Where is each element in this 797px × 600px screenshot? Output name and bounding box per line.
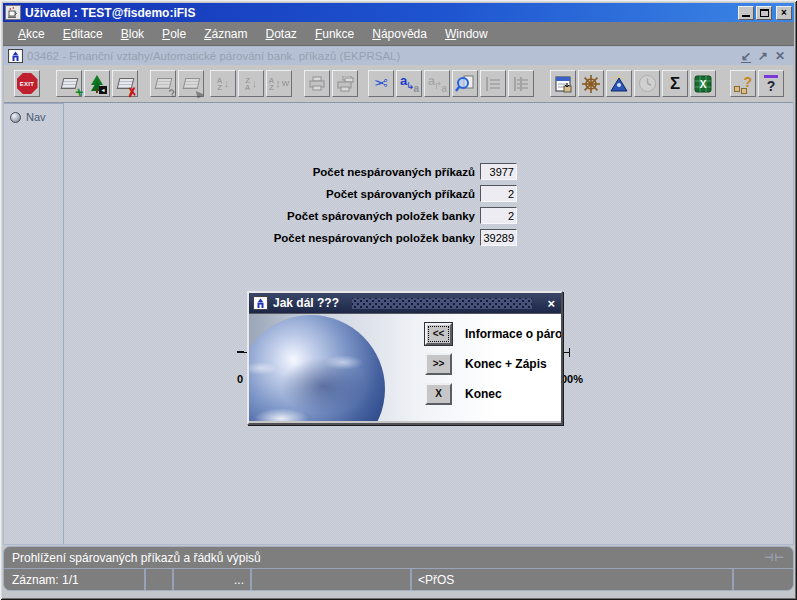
prism-icon xyxy=(608,73,630,95)
maximize-button[interactable] xyxy=(756,6,772,20)
toolbar-item-help-button[interactable]: ? xyxy=(730,70,756,97)
field-row: Počet nespárovaných příkazů 3977 xyxy=(4,163,517,180)
unmatched-bank-items-field[interactable]: 39289 xyxy=(480,229,517,246)
toolbar-form-detail-button[interactable] xyxy=(550,70,576,97)
sort-descending-icon: ZA↓ xyxy=(240,73,262,95)
matched-bank-items-field[interactable]: 2 xyxy=(480,207,517,224)
close-icon: × xyxy=(781,8,787,18)
clock-icon xyxy=(636,73,658,95)
mdi-window-title: 03462 - Finanční vztahy/Automatické páro… xyxy=(27,50,737,62)
jak-dal-dialog: Jak dál ??? × << Informace o párování >>… xyxy=(247,291,563,425)
help-icon: ? xyxy=(760,73,782,95)
close-button[interactable]: × xyxy=(776,6,792,20)
maximize-icon xyxy=(760,9,769,17)
toolbar-print-all-button xyxy=(332,70,358,97)
field-row: Počet nespárovaných položek banky 39289 xyxy=(4,229,517,246)
progress-left-label: 0 xyxy=(237,373,243,385)
field-row: Počet spárovaných položek banky 2 xyxy=(4,207,517,224)
mdi-minimize-icon[interactable]: ↙ xyxy=(741,50,751,63)
exit-icon: EXIT xyxy=(16,73,38,95)
nav-tab[interactable]: Nav xyxy=(10,111,63,123)
matched-orders-field[interactable]: 2 xyxy=(480,185,517,202)
toolbar-help-button[interactable]: ? xyxy=(758,70,784,97)
menu-item-funkce[interactable]: Funkce xyxy=(308,25,361,43)
toolbar-export-excel-button[interactable]: X xyxy=(690,70,716,97)
copy-icon: a↳a xyxy=(399,74,419,94)
mdi-title-bar: 03462 - Finanční vztahy/Automatické páro… xyxy=(4,47,793,65)
menu-item-zaznam[interactable]: Záznam xyxy=(197,25,254,43)
dialog-title-texture xyxy=(352,298,532,309)
menu-bar: Akce Editace Blok Pole Záznam Dotaz Funk… xyxy=(3,22,794,46)
excel-icon: X xyxy=(692,73,714,95)
progress-right-tick xyxy=(569,348,570,357)
menu-item-editace[interactable]: Editace xyxy=(56,25,110,43)
info-parovani-button[interactable]: << xyxy=(425,323,452,345)
detail-last-icon xyxy=(510,73,532,95)
application-window: Uživatel : TEST@fisdemo:iFIS × Akce Edit… xyxy=(0,0,797,600)
menu-item-napoveda[interactable]: Nápověda xyxy=(365,25,434,43)
nav-tab-label: Nav xyxy=(26,111,46,123)
toolbar-detail-first-button xyxy=(480,70,506,97)
toolbar-sum-button[interactable]: Σ xyxy=(662,70,688,97)
print-all-icon xyxy=(334,73,356,95)
toolbar-execute-query-button: ▶ xyxy=(178,70,204,97)
counter-fields: Počet nespárovaných příkazů 3977 Počet s… xyxy=(4,163,517,251)
mdi-close-icon[interactable]: ✕ xyxy=(775,50,785,62)
paste-icon: a↱a xyxy=(427,74,447,94)
toolbar-detail-last-button xyxy=(508,70,534,97)
delete-record-icon: ✗ xyxy=(114,73,136,95)
konec-button[interactable]: X xyxy=(425,383,452,405)
info-parovani-label: Informace o párování xyxy=(465,327,561,341)
menu-item-pole[interactable]: Pole xyxy=(155,25,193,43)
insert-mode-indicator: <PřOS xyxy=(412,569,732,590)
toolbar-cut-button[interactable]: ✂ xyxy=(368,70,394,97)
menu-item-akce[interactable]: Akce xyxy=(11,25,52,43)
konec-zapis-button[interactable]: >> xyxy=(425,353,452,375)
field-label: Počet nespárovaných položek banky xyxy=(274,232,475,244)
form-canvas: Nav Počet nespárovaných příkazů 3977 Poč… xyxy=(4,103,793,544)
print-icon xyxy=(306,73,328,95)
toolbar-sort-descending-button: ZA↓ xyxy=(238,70,264,97)
toolbar-sort-reset-button: AZ↕W xyxy=(266,70,292,97)
status-bar: Prohlížení spárovaných příkazů a řádků v… xyxy=(3,546,794,591)
toolbar-insert-record-button[interactable]: + xyxy=(56,70,82,97)
konec-zapis-label: Konec + Zápis xyxy=(465,357,547,371)
ship-wheel-icon xyxy=(580,73,602,95)
toolbar-duplicate-record-button[interactable]: ◂ xyxy=(84,70,110,97)
toolbar-sort-ascending-button: AZ↓ xyxy=(210,70,236,97)
toolbar-wizard-prism-button[interactable] xyxy=(606,70,632,97)
item-help-icon: ? xyxy=(733,74,753,94)
form-detail-icon xyxy=(552,73,574,95)
status-message: Prohlížení spárovaných příkazů a řádků v… xyxy=(12,551,764,565)
window-title: Uživatel : TEST@fisdemo:iFIS xyxy=(25,6,738,20)
toolbar-zoom-find-button[interactable] xyxy=(452,70,478,97)
toolbar-paste-button: a↱a xyxy=(424,70,450,97)
toolbar-exit-button[interactable]: EXIT xyxy=(14,70,40,97)
title-bar: Uživatel : TEST@fisdemo:iFIS × xyxy=(3,3,794,22)
dialog-title-bar[interactable]: Jak dál ??? × xyxy=(249,293,561,313)
menu-item-dotaz[interactable]: Dotaz xyxy=(259,25,304,43)
message-scrollbar[interactable]: ⊣⊢ xyxy=(764,551,785,564)
nav-ball-icon xyxy=(10,112,21,123)
dialog-icon xyxy=(253,296,268,310)
zoom-find-icon xyxy=(454,73,476,95)
insert-record-icon: + xyxy=(58,73,80,95)
java-cup-icon xyxy=(5,5,21,20)
toolbar-enter-query-button: ? xyxy=(150,70,176,97)
minimize-button[interactable] xyxy=(738,6,754,20)
field-row: Počet spárovaných příkazů 2 xyxy=(4,185,517,202)
konec-label: Konec xyxy=(465,387,502,401)
status-more-indicator: ... xyxy=(174,569,250,590)
toolbar-navigator-helm-button[interactable] xyxy=(578,70,604,97)
status-segment xyxy=(252,569,410,590)
status-segment xyxy=(734,569,793,590)
toolbar-copy-button[interactable]: a↳a xyxy=(396,70,422,97)
toolbar-delete-record-button[interactable]: ✗ xyxy=(112,70,138,97)
menu-item-blok[interactable]: Blok xyxy=(114,25,151,43)
menu-item-window[interactable]: Window xyxy=(438,25,495,43)
mdi-workarea: 03462 - Finanční vztahy/Automatické páro… xyxy=(3,46,794,545)
mdi-restore-icon[interactable]: ↗ xyxy=(758,50,768,62)
toolbar-clock-button xyxy=(634,70,660,97)
dialog-close-icon[interactable]: × xyxy=(545,297,557,310)
unmatched-orders-field[interactable]: 3977 xyxy=(480,163,517,180)
